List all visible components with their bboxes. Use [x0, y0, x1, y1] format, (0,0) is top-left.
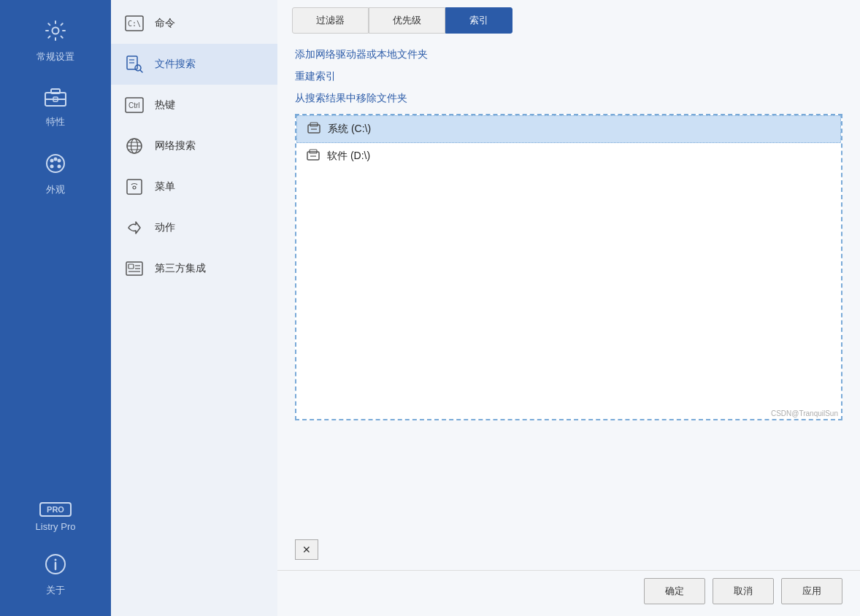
- svg-point-8: [50, 165, 54, 169]
- nav-item-command[interactable]: C:\ 命令: [111, 3, 277, 44]
- tab-filter[interactable]: 过滤器: [292, 7, 369, 34]
- svg-point-9: [58, 165, 61, 169]
- nav-file-search-label: 文件搜索: [155, 58, 196, 71]
- drive-c-icon: [307, 122, 320, 136]
- tab-priority[interactable]: 优先级: [369, 7, 445, 34]
- nav-item-third-party[interactable]: 第三方集成: [111, 248, 277, 289]
- confirm-button[interactable]: 确定: [644, 578, 705, 604]
- nav-hotkeys-label: 热键: [155, 99, 175, 112]
- nav-third-party-label: 第三方集成: [155, 262, 206, 275]
- drive-item-d[interactable]: 软件 (D:\): [296, 143, 841, 169]
- sidebar: 常规设置 特性 外观 PRO: [0, 0, 111, 616]
- svg-rect-2: [51, 89, 60, 93]
- nav-item-file-search[interactable]: 文件搜索: [111, 44, 277, 85]
- middle-nav: C:\ 命令 文件搜索 Ctrl 热键: [111, 0, 277, 616]
- svg-line-18: [140, 70, 142, 72]
- third-party-icon: [124, 258, 145, 279]
- nav-item-menu[interactable]: 菜单: [111, 166, 277, 207]
- gear-icon: [44, 19, 67, 46]
- remove-folder-link[interactable]: 从搜索结果中移除文件夹: [295, 92, 842, 105]
- nav-network-search-label: 网络搜索: [155, 139, 196, 153]
- drive-c-label: 系统 (C:\): [328, 123, 371, 136]
- sidebar-features-label: 特性: [46, 115, 65, 128]
- nav-item-hotkeys[interactable]: Ctrl 热键: [111, 85, 277, 126]
- bottom-bar: ✕: [277, 532, 860, 570]
- menu-icon: [124, 177, 145, 197]
- sidebar-item-appearance[interactable]: 外观: [0, 140, 111, 208]
- drive-list-box: 系统 (C:\) 软件 (D:\) CSDN@TranquilSun: [295, 114, 842, 420]
- nav-item-network-search[interactable]: 网络搜索: [111, 126, 277, 166]
- tab-index[interactable]: 索引: [445, 7, 512, 34]
- pro-label: Listry Pro: [36, 521, 76, 532]
- sidebar-item-about[interactable]: 关于: [0, 541, 111, 609]
- watermark: CSDN@TranquilSun: [771, 409, 838, 417]
- pro-badge: PRO: [39, 502, 72, 517]
- sidebar-item-features[interactable]: 特性: [0, 75, 111, 140]
- info-icon: [44, 553, 67, 580]
- svg-point-13: [55, 559, 57, 561]
- drive-d-icon: [307, 149, 320, 163]
- svg-text:Ctrl: Ctrl: [128, 101, 140, 109]
- nav-item-actions[interactable]: 动作: [111, 207, 277, 248]
- delete-button[interactable]: ✕: [295, 539, 318, 560]
- briefcase-icon: [44, 87, 67, 111]
- drive-d-label: 软件 (D:\): [327, 150, 370, 163]
- file-search-icon: [124, 54, 145, 74]
- content-area: 添加网络驱动器或本地文件夹 重建索引 从搜索结果中移除文件夹 系统 (C:\): [277, 34, 860, 532]
- svg-point-29: [133, 186, 136, 189]
- palette-icon: [44, 152, 67, 179]
- hotkey-icon: Ctrl: [124, 95, 145, 115]
- nav-command-label: 命令: [155, 17, 175, 30]
- sidebar-general-label: 常规设置: [37, 50, 74, 63]
- cancel-button[interactable]: 取消: [713, 578, 774, 604]
- actions-icon: [124, 217, 145, 238]
- svg-point-10: [54, 158, 58, 161]
- sidebar-pro: PRO Listry Pro: [0, 493, 111, 541]
- command-icon: C:\: [124, 13, 145, 34]
- main-content: 过滤器 优先级 索引 添加网络驱动器或本地文件夹 重建索引 从搜索结果中移除文件…: [277, 0, 860, 616]
- apply-button[interactable]: 应用: [781, 578, 842, 604]
- svg-rect-31: [128, 264, 134, 269]
- sidebar-about-label: 关于: [46, 584, 65, 597]
- delete-icon: ✕: [302, 544, 311, 555]
- sidebar-item-general[interactable]: 常规设置: [0, 7, 111, 75]
- tab-bar: 过滤器 优先级 索引: [277, 0, 860, 34]
- sidebar-appearance-label: 外观: [46, 183, 65, 196]
- footer-buttons: 确定 取消 应用: [277, 570, 860, 616]
- svg-rect-28: [127, 180, 142, 194]
- nav-menu-label: 菜单: [155, 180, 175, 193]
- add-network-link[interactable]: 添加网络驱动器或本地文件夹: [295, 48, 842, 61]
- svg-point-7: [58, 159, 61, 163]
- svg-text:C:\: C:\: [128, 20, 141, 28]
- rebuild-index-link[interactable]: 重建索引: [295, 70, 842, 83]
- network-icon: [124, 136, 145, 156]
- nav-actions-label: 动作: [155, 221, 175, 234]
- svg-point-0: [53, 28, 59, 34]
- drive-item-c[interactable]: 系统 (C:\): [296, 115, 841, 143]
- svg-point-6: [50, 159, 54, 163]
